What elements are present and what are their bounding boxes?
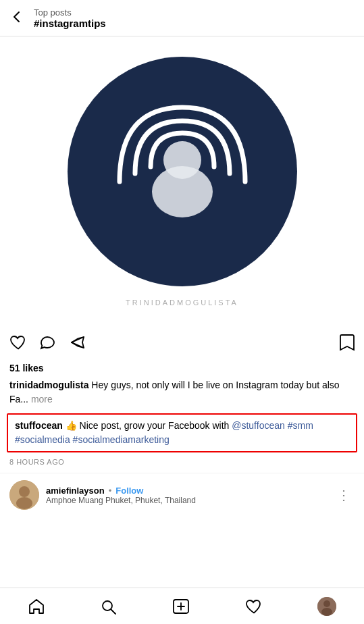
likes-count: 51 likes — [9, 363, 44, 373]
svg-point-4 — [16, 497, 32, 509]
svg-point-1 — [163, 141, 201, 179]
caption-more[interactable]: more — [31, 394, 53, 405]
header-top-label: Top posts — [34, 7, 106, 18]
post-image: TRINIDADMOGULISTA — [0, 36, 364, 327]
time-ago: 8 HOURS AGO — [0, 455, 364, 473]
nav-profile[interactable] — [317, 597, 336, 616]
nav-add[interactable] — [172, 598, 190, 615]
user-dot: • — [109, 486, 112, 496]
bookmark-button[interactable] — [340, 334, 355, 354]
header-hashtag: #instagramtips — [34, 18, 106, 29]
svg-point-12 — [321, 608, 332, 616]
user-info: amiefinlayson • Follow Amphoe Muang Phuk… — [46, 486, 196, 505]
likes-row: 51 likes — [0, 361, 364, 377]
share-button[interactable] — [69, 334, 86, 353]
nav-search[interactable] — [100, 598, 118, 615]
like-button[interactable] — [9, 334, 27, 353]
comment-text: Nice post, grow your Facebook with — [80, 420, 232, 431]
header-title: Top posts #instagramtips — [34, 7, 106, 29]
follow-button[interactable]: Follow — [115, 486, 143, 496]
post-image-container: TRINIDADMOGULISTA — [0, 36, 364, 327]
caption-username[interactable]: trinidadmogulista — [9, 380, 88, 390]
nav-activity[interactable] — [245, 598, 263, 615]
action-bar-left — [9, 334, 86, 353]
more-options-button[interactable]: ⋮ — [333, 484, 355, 506]
user-row-left: amiefinlayson • Follow Amphoe Muang Phuk… — [9, 480, 196, 510]
comment-username[interactable]: stuffocean — [15, 420, 63, 431]
comment-mention[interactable]: @stuffocean — [232, 420, 285, 431]
post-illustration — [68, 57, 297, 286]
avatar[interactable] — [9, 480, 39, 510]
header: Top posts #instagramtips — [0, 0, 364, 36]
suggested-username[interactable]: amiefinlayson — [46, 486, 105, 496]
svg-point-3 — [19, 486, 30, 497]
highlighted-comment: stuffocean 👍 Nice post, grow your Facebo… — [7, 413, 357, 452]
comment-button[interactable] — [39, 334, 57, 353]
comment-emoji: 👍 — [66, 420, 77, 431]
back-button[interactable] — [9, 9, 24, 27]
bottom-nav — [0, 588, 364, 624]
page-bottom — [0, 517, 364, 564]
post-watermark: TRINIDADMOGULISTA — [126, 298, 238, 307]
svg-line-6 — [111, 609, 116, 614]
user-row: amiefinlayson • Follow Amphoe Muang Phuk… — [0, 473, 364, 517]
caption-row: trinidadmogulista Hey guys, not only wil… — [0, 377, 364, 411]
user-name-row: amiefinlayson • Follow — [46, 486, 196, 496]
nav-home[interactable] — [28, 598, 45, 615]
user-location: Amphoe Muang Phuket, Phuket, Thailand — [46, 496, 196, 505]
svg-point-11 — [323, 600, 330, 607]
action-bar — [0, 327, 364, 361]
